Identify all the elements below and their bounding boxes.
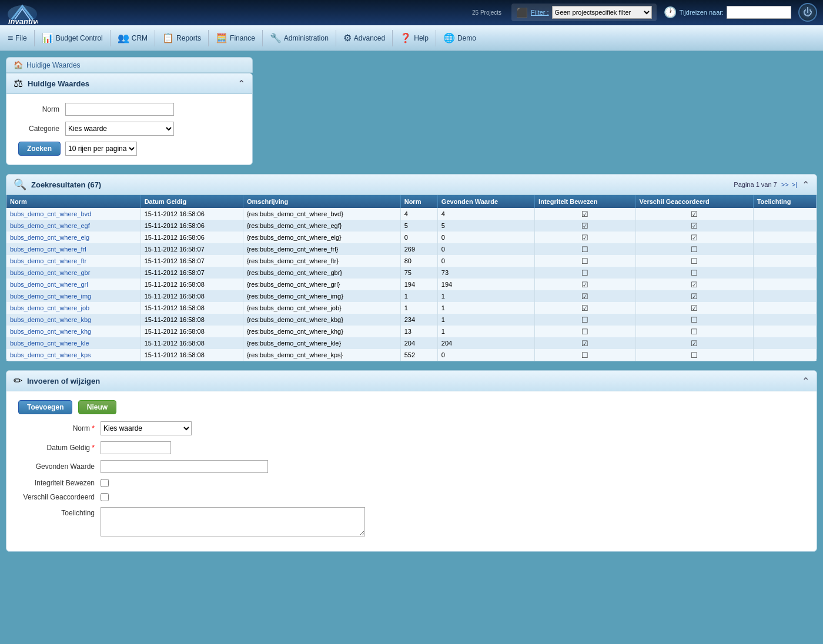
integriteit-checkbox[interactable]: ☐ (581, 327, 589, 336)
edit-panel-collapse[interactable]: ⌃ (802, 375, 809, 387)
norm-asterisk: * (92, 424, 95, 432)
verschil-checkbox[interactable]: ☑ (690, 222, 698, 230)
table-row: bubs_demo_cnt_where_khg15-11-2012 16:58:… (6, 326, 817, 337)
norm-link[interactable]: bubs_demo_cnt_where_kbg (10, 316, 91, 323)
verschil-checkbox[interactable]: ☐ (690, 351, 698, 359)
clock-icon: 🕐 (664, 6, 677, 19)
integriteit-cell: ☐ (535, 243, 635, 255)
zoeken-button[interactable]: Zoeken (18, 142, 61, 156)
nieuw-button[interactable]: Nieuw (78, 400, 116, 414)
norm-link[interactable]: bubs_demo_cnt_where_egf (10, 222, 90, 229)
datum-geldig-input[interactable] (101, 441, 171, 454)
filter-label[interactable]: Filter : (531, 9, 549, 16)
menu-icon: ≡ (8, 33, 13, 43)
sidebar-item-administration[interactable]: 🔧 Administration (265, 30, 333, 46)
norm-link[interactable]: bubs_demo_cnt_where_img (10, 293, 91, 300)
integriteit-checkbox[interactable]: ☑ (581, 339, 589, 347)
verschil-checkbox[interactable]: ☑ (690, 304, 698, 312)
integriteit-checkbox[interactable]: ☐ (581, 316, 589, 324)
norm-val-cell: 13 (400, 326, 437, 337)
datum-asterisk: * (92, 444, 95, 452)
gevonden-cell: 204 (437, 337, 534, 349)
toelichting-cell (753, 267, 816, 279)
verschil-checkbox[interactable]: ☐ (690, 245, 698, 253)
integriteit-checkbox[interactable]: ☑ (581, 304, 589, 312)
edit-norm-select[interactable]: Kies waarde (101, 421, 192, 435)
tijdreizen-input[interactable] (727, 6, 791, 19)
gevonden-cell: 1 (437, 302, 534, 314)
datum-cell: 15-11-2012 16:58:07 (140, 255, 243, 267)
integriteit-bewezen-checkbox[interactable] (101, 479, 109, 487)
sidebar-item-reports[interactable]: 📋 Reports (158, 30, 206, 46)
col-norm-val: Norm (400, 195, 437, 208)
norm-link[interactable]: bubs_demo_cnt_where_kle (10, 340, 89, 347)
gevonden-waarde-input[interactable] (101, 460, 268, 473)
verschil-geaccordeerd-checkbox[interactable] (101, 493, 109, 501)
pagination-next[interactable]: >> (781, 181, 789, 188)
norm-input[interactable] (65, 103, 174, 116)
sidebar-item-crm[interactable]: 👥 CRM (113, 30, 152, 46)
norm-link[interactable]: bubs_demo_cnt_where_frl (10, 246, 86, 253)
sidebar-item-help[interactable]: ❓ Help (395, 30, 433, 46)
sidebar-item-advanced[interactable]: ⚙ Advanced (339, 30, 390, 46)
sidebar-item-demo[interactable]: 🌐 Demo (439, 30, 481, 46)
norm-link[interactable]: bubs_demo_cnt_where_bvd (10, 210, 91, 217)
integriteit-cell: ☐ (535, 267, 635, 279)
verschil-cell: ☐ (635, 267, 753, 279)
toelichting-cell (753, 349, 816, 361)
verschil-checkbox[interactable]: ☐ (690, 327, 698, 336)
pagination-last[interactable]: >| (792, 181, 797, 188)
power-button[interactable]: ⏻ (798, 3, 817, 22)
reports-icon: 📋 (162, 32, 174, 43)
norm-link[interactable]: bubs_demo_cnt_where_gbr (10, 269, 90, 276)
verschil-checkbox[interactable]: ☑ (690, 233, 698, 242)
integriteit-checkbox[interactable]: ☐ (581, 269, 589, 277)
integriteit-checkbox[interactable]: ☑ (581, 280, 589, 289)
verschil-checkbox[interactable]: ☐ (690, 269, 698, 277)
integriteit-checkbox[interactable]: ☐ (581, 245, 589, 253)
norm-link[interactable]: bubs_demo_cnt_where_kps (10, 351, 91, 358)
search-results-icon: 🔍 (14, 178, 26, 191)
norm-link[interactable]: bubs_demo_cnt_where_ftr (10, 257, 86, 264)
toelichting-textarea[interactable] (101, 507, 365, 536)
sidebar-item-budget-control[interactable]: 📊 Budget Control (37, 30, 108, 46)
filter-select[interactable]: Geen projectspecifiek filter (552, 6, 652, 19)
nav-label-demo: Demo (457, 34, 476, 42)
toelichting-label: Toelichting (18, 507, 101, 517)
results-collapse[interactable]: ⌃ (802, 179, 809, 190)
datum-cell: 15-11-2012 16:58:08 (140, 326, 243, 337)
integriteit-checkbox[interactable]: ☐ (581, 257, 589, 265)
verschil-checkbox[interactable]: ☐ (690, 257, 698, 265)
filter-icon: ⬛ (516, 7, 528, 18)
integriteit-checkbox[interactable]: ☑ (581, 292, 589, 300)
integriteit-checkbox[interactable]: ☑ (581, 233, 589, 242)
norm-link[interactable]: bubs_demo_cnt_where_job (10, 304, 89, 311)
norm-link[interactable]: bubs_demo_cnt_where_grl (10, 281, 88, 288)
norm-val-cell: 552 (400, 349, 437, 361)
table-row: bubs_demo_cnt_where_gbr15-11-2012 16:58:… (6, 267, 817, 279)
verschil-checkbox[interactable]: ☑ (690, 280, 698, 289)
sidebar-item-finance[interactable]: 🧮 Finance (211, 30, 260, 46)
verschil-checkbox[interactable]: ☑ (690, 292, 698, 300)
col-omschrijving: Omschrijving (243, 195, 400, 208)
rows-per-page-select[interactable]: 10 rijen per pagina 25 rijen per pagina … (65, 142, 137, 156)
norm-link[interactable]: bubs_demo_cnt_where_eig (10, 234, 89, 241)
gevonden-waarde-label: Gevonden Waarde (18, 462, 101, 471)
integriteit-checkbox[interactable]: ☑ (581, 222, 589, 230)
verschil-checkbox[interactable]: ☐ (690, 316, 698, 324)
edit-panel: ✏ Invoeren of wijzigen ⌃ Toevoegen Nieuw… (6, 370, 817, 552)
toevoegen-button[interactable]: Toevoegen (18, 400, 72, 414)
sidebar-item-file[interactable]: ≡ File (3, 31, 32, 46)
datum-cell: 15-11-2012 16:58:06 (140, 208, 243, 220)
verschil-checkbox[interactable]: ☑ (690, 210, 698, 218)
integriteit-checkbox[interactable]: ☑ (581, 210, 589, 218)
verschil-checkbox[interactable]: ☑ (690, 339, 698, 347)
results-panel: 🔍 Zoekresultaten (67) Pagina 1 van 7 >> … (6, 174, 817, 361)
norm-link[interactable]: bubs_demo_cnt_where_khg (10, 328, 91, 335)
omschrijving-cell: {res:bubs_demo_cnt_where_job} (243, 302, 400, 314)
search-panel-collapse[interactable]: ⌃ (237, 78, 245, 89)
integriteit-checkbox[interactable]: ☐ (581, 351, 589, 359)
integriteit-cell: ☑ (535, 220, 635, 232)
integriteit-cell: ☑ (535, 290, 635, 302)
categorie-select[interactable]: Kies waarde (65, 122, 174, 136)
